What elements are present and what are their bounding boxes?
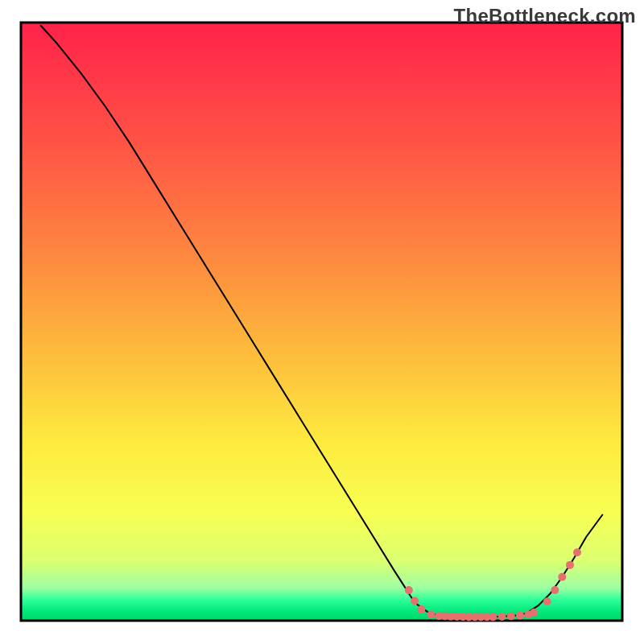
bottleneck-chart — [0, 0, 644, 644]
coral-dot — [558, 573, 566, 581]
coral-dot — [489, 613, 497, 621]
coral-dot — [427, 611, 435, 619]
coral-dot — [507, 612, 515, 620]
plot-background — [21, 23, 622, 621]
coral-dot — [405, 586, 413, 594]
coral-dot — [418, 605, 426, 613]
coral-dot — [551, 586, 559, 594]
watermark-label: TheBottleneck.com — [454, 5, 636, 27]
coral-dot — [543, 597, 551, 605]
coral-dot — [516, 612, 524, 620]
chart-stage: TheBottleneck.com — [0, 0, 644, 644]
coral-dot — [411, 597, 419, 605]
coral-dot — [530, 609, 538, 617]
coral-dot — [573, 548, 581, 556]
coral-dot — [498, 613, 506, 621]
coral-dot — [566, 561, 574, 569]
